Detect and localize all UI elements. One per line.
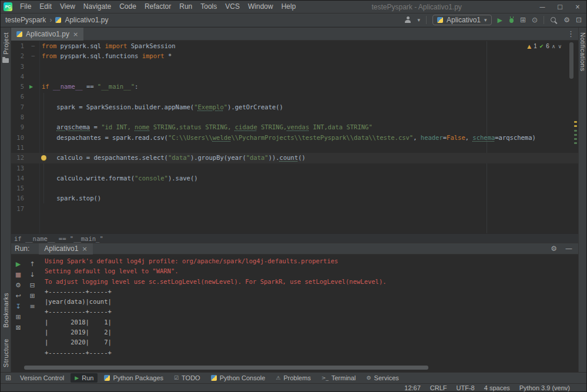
tab-options-icon[interactable]: ⋮	[567, 29, 575, 38]
toolwindow-button-run[interactable]: ▶Run	[71, 373, 98, 383]
menu-navigate[interactable]: Navigate	[79, 1, 115, 13]
console-menu-icon[interactable]: ≡	[26, 301, 38, 312]
tool-stripe-notifications[interactable]: Notifications	[579, 32, 586, 71]
code-line[interactable]: 12 calculo = despachantes.select("data")…	[11, 153, 578, 163]
menu-view[interactable]: View	[56, 1, 79, 13]
print-icon[interactable]: ⊞	[12, 312, 24, 323]
python-interpreter[interactable]: Python 3.9 (venv)	[519, 384, 570, 391]
down-stack-icon[interactable]: ↓	[26, 270, 38, 280]
line-endings[interactable]: CRLF	[430, 384, 447, 391]
layout-icon[interactable]: ⊡	[576, 16, 582, 24]
toolwindow-button-python-console[interactable]: Python Console	[207, 373, 270, 383]
breadcrumb-file[interactable]: Aplicativo1.py	[65, 16, 108, 24]
code-token: cidade	[235, 123, 257, 130]
code-line[interactable]: 6	[11, 92, 578, 102]
breadcrumb-scope[interactable]: if __name__ == "__main_"	[14, 235, 103, 242]
clear-all-icon[interactable]: ⊠	[12, 323, 24, 333]
next-problem-icon[interactable]: ∨	[558, 43, 562, 49]
code-line[interactable]: 15	[11, 183, 578, 193]
tool-stripe-project[interactable]: Project	[2, 32, 9, 55]
typo-stripe-mark[interactable]	[574, 134, 577, 136]
up-stack-icon[interactable]: ↑	[26, 259, 38, 270]
breadcrumb-project[interactable]: testePyspark	[5, 16, 46, 24]
maximize-button[interactable]: □	[551, 1, 569, 13]
code-line[interactable]: 2−from pyspark.sql.functions import *	[11, 51, 578, 61]
toolwindow-button-python-packages[interactable]: Python Packages	[100, 373, 167, 383]
toolwindow-button-todo[interactable]: ☑TODO	[170, 373, 204, 383]
debug-button[interactable]	[508, 16, 514, 24]
editor-scrollbar[interactable]	[569, 42, 573, 79]
hide-panel-icon[interactable]: —	[565, 244, 572, 253]
typo-stripe-mark[interactable]	[574, 142, 577, 144]
menu-code[interactable]: Code	[115, 1, 140, 13]
toolwindow-button-problems[interactable]: ⚠Problems	[271, 373, 315, 383]
editor-tab-aplicativo1[interactable]: Aplicativo1.py ×	[11, 28, 83, 41]
menu-tools[interactable]: Tools	[196, 1, 221, 13]
caret-position[interactable]: 12:67	[404, 384, 421, 391]
tool-stripe-structure[interactable]: Structure	[2, 339, 9, 367]
console-output[interactable]: Using Spark's default log4j profile: org…	[45, 256, 575, 363]
code-line[interactable]: 17	[11, 204, 578, 214]
collapse-all-icon[interactable]: ⊟	[26, 280, 38, 291]
code-token: vendas	[287, 123, 309, 130]
inspection-widget[interactable]: ▲ 1 ✔ 6 ∧ ∨	[525, 43, 564, 49]
profiler-button[interactable]: ⊙	[532, 16, 538, 24]
stop-icon[interactable]: ■	[12, 270, 24, 280]
code-line[interactable]: 9 arqschema = "id INT, nome STRING,statu…	[11, 122, 578, 132]
expand-all-icon[interactable]: ⊞	[26, 291, 38, 301]
horizontal-scrollbar[interactable]	[24, 366, 428, 370]
code-line[interactable]: 1−from pyspark.sql import SparkSession	[11, 41, 578, 51]
minimize-button[interactable]: —	[534, 1, 551, 13]
close-icon[interactable]: ×	[82, 245, 87, 253]
toolwindow-button-version-control[interactable]: Version Control	[16, 373, 68, 383]
toolwindow-button-label: TODO	[182, 374, 200, 381]
run-settings-gear-icon[interactable]: ⚙	[551, 244, 557, 253]
scroll-to-end-icon[interactable]: ↧	[12, 301, 24, 312]
soft-wrap-icon[interactable]: ↩	[12, 291, 24, 301]
search-icon[interactable]	[550, 16, 558, 24]
menu-run[interactable]: Run	[175, 1, 196, 13]
settings-gear-icon[interactable]: ⚙	[563, 16, 570, 24]
code-line[interactable]: 13	[11, 163, 578, 173]
fold-icon[interactable]: −	[24, 41, 38, 51]
menu-refactor[interactable]: Refactor	[140, 1, 175, 13]
typo-stripe-mark[interactable]	[574, 138, 577, 140]
project-folder-icon[interactable]	[2, 58, 9, 63]
code-line[interactable]: 5▶if __name__ == "__main__":	[11, 82, 578, 92]
menu-edit[interactable]: Edit	[35, 1, 56, 13]
fold-icon[interactable]: −	[24, 51, 38, 61]
warning-stripe-mark[interactable]	[574, 125, 577, 127]
code-line[interactable]: 4	[11, 72, 578, 82]
tool-windows-grid-icon[interactable]: ⊞	[5, 374, 11, 382]
code-editor[interactable]: 1−from pyspark.sql import SparkSession2−…	[11, 41, 578, 233]
indent-style[interactable]: 4 spaces	[484, 384, 510, 391]
toolwindow-button-services[interactable]: ⚙Services	[363, 373, 403, 383]
typo-stripe-mark[interactable]	[574, 130, 577, 132]
run-tab-aplicativo1[interactable]: Aplicativo1 ×	[39, 243, 92, 254]
user-icon[interactable]	[404, 16, 411, 24]
menu-help[interactable]: Help	[277, 1, 300, 13]
code-line[interactable]: 16 spark.stop()	[11, 193, 578, 203]
code-line[interactable]: 8	[11, 112, 578, 122]
close-icon[interactable]: ×	[73, 31, 78, 38]
run-config-select[interactable]: Aplicativo1 ▾	[432, 15, 492, 25]
prev-problem-icon[interactable]: ∧	[552, 43, 556, 49]
code-line[interactable]: 7 spark = SparkSession.builder.appName("…	[11, 102, 578, 112]
rerun-icon[interactable]: ▶	[12, 259, 24, 270]
close-button[interactable]: ×	[569, 1, 586, 13]
tool-stripe-bookmarks[interactable]: Bookmarks	[2, 293, 9, 328]
warning-stripe-mark[interactable]	[574, 121, 577, 123]
menu-vcs[interactable]: VCS	[221, 1, 244, 13]
menu-file[interactable]: File	[16, 1, 35, 13]
code-line[interactable]: 14 calculo.write.format("console").save(…	[11, 173, 578, 183]
coverage-button[interactable]: ⊞	[520, 16, 526, 24]
encoding[interactable]: UTF-8	[457, 384, 475, 391]
code-line[interactable]: 3	[11, 62, 578, 72]
code-line[interactable]: 11	[11, 143, 578, 153]
run-line-icon[interactable]: ▶	[24, 82, 38, 92]
run-settings-icon[interactable]: ⚙	[12, 280, 24, 291]
run-button[interactable]: ▶	[498, 16, 502, 24]
toolwindow-button-terminal[interactable]: >_Terminal	[317, 373, 360, 383]
code-line[interactable]: 10 despachantes = spark.read.csv("C:\\Us…	[11, 133, 578, 143]
menu-window[interactable]: Window	[244, 1, 277, 13]
